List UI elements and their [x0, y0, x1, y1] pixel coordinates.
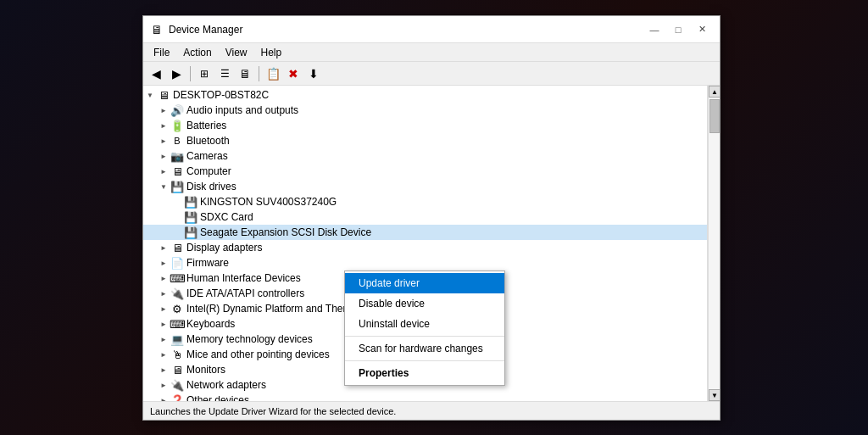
toolbar-btn-computer[interactable]: 🖥	[236, 64, 254, 83]
tree-item-diskdrives[interactable]: ▼ 💾 Disk drives	[143, 179, 707, 194]
seagate-label: Seagate Expansion SCSI Disk Device	[200, 226, 371, 238]
diskdrives-label: Disk drives	[186, 181, 236, 192]
audio-expand-icon[interactable]: ►	[157, 103, 170, 117]
monitors-expand-icon[interactable]: ►	[157, 363, 170, 376]
firmware-expand-icon[interactable]: ►	[157, 256, 170, 270]
network-expand-icon[interactable]: ►	[157, 378, 170, 392]
network-icon: 🔌	[170, 378, 184, 392]
hid-icon: ⌨	[170, 271, 184, 285]
computer-expand-icon[interactable]: ►	[157, 165, 170, 178]
firmware-icon: 📄	[170, 256, 184, 270]
kingston-label: KINGSTON SUV400S37240G	[200, 196, 337, 208]
monitors-icon: 🖥	[170, 363, 184, 376]
memory-expand-icon[interactable]: ►	[157, 332, 170, 346]
scroll-down-button[interactable]: ▼	[709, 389, 720, 401]
batteries-icon: 🔋	[170, 119, 184, 132]
maximize-button[interactable]: □	[667, 21, 689, 38]
window-title: Device Manager	[169, 24, 242, 36]
keyboards-icon: ⌨	[170, 317, 184, 331]
menu-view[interactable]: View	[219, 45, 254, 60]
kingston-expand-icon	[170, 195, 184, 209]
toolbar-separator-1	[190, 66, 191, 81]
scroll-up-button[interactable]: ▲	[709, 86, 720, 98]
network-label: Network adapters	[186, 379, 266, 391]
tree-item-firmware[interactable]: ► 📄 Firmware	[143, 255, 707, 270]
toolbar-btn-add[interactable]: 📋	[264, 64, 282, 83]
diskdrives-icon: 💾	[170, 180, 184, 193]
ctx-update-driver[interactable]: Update driver	[345, 273, 504, 293]
hid-label: Human Interface Devices	[186, 272, 301, 284]
scrollbar-vertical[interactable]: ▲ ▼	[708, 86, 720, 401]
device-tree[interactable]: ▼ 🖥 DESKTOP-0BST82C ► 🔊 Audio inputs and…	[143, 86, 708, 401]
ide-label: IDE ATA/ATAPI controllers	[186, 287, 304, 299]
cameras-icon: 📷	[170, 149, 184, 163]
audio-label: Audio inputs and outputs	[186, 104, 298, 116]
computer-icon: 🖥	[170, 165, 184, 178]
display-label: Display adapters	[186, 242, 262, 254]
status-text: Launches the Update Driver Wizard for th…	[150, 406, 396, 416]
computer-label: Computer	[186, 165, 231, 177]
menu-help[interactable]: Help	[254, 45, 289, 60]
other-expand-icon[interactable]: ►	[157, 393, 170, 401]
tree-item-cameras[interactable]: ► 📷 Cameras	[143, 148, 707, 164]
mice-label: Mice and other pointing devices	[186, 349, 330, 360]
display-expand-icon[interactable]: ►	[157, 241, 170, 254]
ctx-scan-hardware[interactable]: Scan for hardware changes	[345, 338, 504, 359]
ctx-separator-2	[345, 360, 504, 361]
tree-item-sdxc[interactable]: 💾 SDXC Card	[143, 209, 707, 225]
intel-label: Intel(R) Dynamic Platform and Therm...	[186, 303, 364, 315]
tree-item-seagate[interactable]: 💾 Seagate Expansion SCSI Disk Device	[143, 225, 707, 240]
tree-item-computer[interactable]: ► 🖥 Computer	[143, 164, 707, 179]
tree-item-other[interactable]: ► ❓ Other devices	[143, 393, 707, 401]
ide-expand-icon[interactable]: ►	[157, 287, 170, 300]
ctx-uninstall-device[interactable]: Uninstall device	[345, 314, 504, 334]
root-expand-icon[interactable]: ▼	[143, 88, 157, 102]
toolbar: ◀ ▶ ⊞ ☰ 🖥 📋 ✖ ⬇	[143, 62, 720, 86]
scroll-thumb[interactable]	[709, 99, 720, 133]
ctx-properties[interactable]: Properties	[345, 363, 504, 383]
context-menu: Update driver Disable device Uninstall d…	[344, 270, 505, 386]
keyboards-label: Keyboards	[186, 318, 235, 330]
toolbar-btn-remove[interactable]: ✖	[284, 64, 303, 83]
forward-button[interactable]: ▶	[167, 64, 186, 83]
title-bar-controls: — □ ✕	[643, 21, 713, 38]
tree-item-kingston[interactable]: 💾 KINGSTON SUV400S37240G	[143, 194, 707, 209]
bluetooth-expand-icon[interactable]: ►	[157, 134, 170, 148]
tree-item-audio[interactable]: ► 🔊 Audio inputs and outputs	[143, 103, 707, 118]
ctx-separator-1	[345, 336, 504, 337]
tree-root[interactable]: ▼ 🖥 DESKTOP-0BST82C	[143, 87, 707, 103]
memory-icon: 💻	[170, 332, 184, 346]
cameras-expand-icon[interactable]: ►	[157, 149, 170, 163]
diskdrives-expand-icon[interactable]: ▼	[157, 180, 170, 193]
status-bar: Launches the Update Driver Wizard for th…	[143, 401, 720, 420]
batteries-expand-icon[interactable]: ►	[157, 119, 170, 132]
other-label: Other devices	[186, 394, 249, 401]
toolbar-btn-list[interactable]: ☰	[215, 64, 234, 83]
menu-action[interactable]: Action	[176, 45, 218, 60]
seagate-expand-icon	[170, 226, 184, 239]
scroll-track[interactable]	[709, 98, 720, 389]
intel-expand-icon[interactable]: ►	[157, 302, 170, 315]
window-icon: 🖥	[150, 23, 164, 36]
other-icon: ❓	[170, 393, 184, 401]
mice-expand-icon[interactable]: ►	[157, 348, 170, 361]
bluetooth-icon: B	[170, 134, 184, 148]
tree-item-display[interactable]: ► 🖥 Display adapters	[143, 240, 707, 255]
root-label: DESKTOP-0BST82C	[173, 89, 269, 101]
tree-item-batteries[interactable]: ► 🔋 Batteries	[143, 118, 707, 133]
tree-item-bluetooth[interactable]: ► B Bluetooth	[143, 133, 707, 148]
root-computer-icon: 🖥	[157, 88, 170, 102]
memory-label: Memory technology devices	[186, 333, 313, 345]
toolbar-btn-download[interactable]: ⬇	[304, 64, 323, 83]
main-area: ▼ 🖥 DESKTOP-0BST82C ► 🔊 Audio inputs and…	[143, 86, 720, 401]
menu-file[interactable]: File	[147, 45, 176, 60]
close-button[interactable]: ✕	[691, 21, 713, 38]
monitors-label: Monitors	[186, 364, 225, 376]
menu-bar: File Action View Help	[143, 43, 720, 62]
kingston-icon: 💾	[184, 195, 198, 209]
sdxc-label: SDXC Card	[200, 211, 253, 223]
ctx-disable-device[interactable]: Disable device	[345, 293, 504, 314]
minimize-button[interactable]: —	[643, 21, 665, 38]
toolbar-btn-grid[interactable]: ⊞	[195, 64, 214, 83]
back-button[interactable]: ◀	[147, 64, 165, 83]
